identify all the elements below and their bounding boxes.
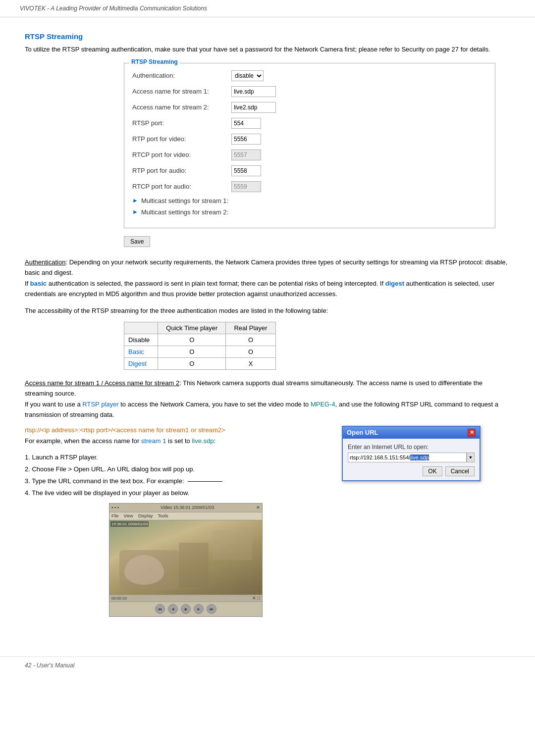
ctrl-prev[interactable]: ◄: [168, 604, 178, 614]
accessibility-text: The accessibility of the RTSP streaming …: [25, 305, 510, 316]
rtsp-port-input[interactable]: [231, 118, 261, 129]
open-url-dialog: Open URL ✕ Enter an Internet URL to open…: [342, 426, 481, 481]
menu-file[interactable]: File: [111, 513, 119, 518]
auth-select[interactable]: disable basic digest: [231, 70, 264, 81]
row-label-digest: Digest: [124, 357, 158, 369]
rtsp-box-title: RTSP Streaming: [129, 58, 180, 65]
table-row: Digest O X: [124, 357, 276, 369]
ctrl-stop[interactable]: ■: [181, 604, 191, 614]
player-timestamp: Video 15:36:01 2008/01/03: [121, 505, 254, 510]
rtp-video-row: RTP port for video:: [132, 134, 487, 145]
dialog-titlebar: Open URL ✕: [343, 427, 480, 439]
rtsp-player-text1: If you want to use a: [25, 401, 82, 408]
ctrl-play[interactable]: ►: [194, 604, 204, 614]
table-header-empty: [124, 322, 158, 334]
multicast-label1: Multicast settings for stream 1:: [141, 197, 228, 204]
row-label-basic: Basic: [124, 346, 158, 357]
basic-word: basic: [30, 280, 47, 287]
row-basic-rp: O: [226, 346, 275, 357]
rtsp-streaming-box: RTSP Streaming Authentication: disable b…: [124, 63, 495, 228]
multicast-label2: Multicast settings for stream 2:: [141, 208, 228, 216]
page-footer: 42 - User's Manual: [0, 656, 535, 674]
ctrl-rewind[interactable]: ⏮: [155, 604, 165, 614]
steps-intro-text2: is set to: [166, 437, 192, 445]
save-button[interactable]: Save: [124, 236, 150, 247]
rtsp-port-row: RTSP port:: [132, 118, 487, 129]
player-status-text: 00:00:32: [111, 596, 127, 601]
mpeg4-link[interactable]: MPEG-4: [311, 401, 335, 408]
table-header-realplayer: Real Player: [226, 322, 275, 334]
rtcp-video-input[interactable]: [231, 150, 261, 160]
rtp-audio-row: RTP port for audio:: [132, 165, 487, 176]
auth-basic-text1: If: [25, 280, 30, 287]
player-title-text: ▪ ▪ ▪: [111, 505, 119, 510]
page-header: VIVOTEK - A Leading Provider of Multimed…: [0, 0, 535, 17]
intro-text: To utilize the RTSP streaming authentica…: [25, 45, 510, 55]
url-command-text: rtsp://<ip address>:<rtsp port>/<access …: [25, 426, 225, 434]
access-name-underline: Access name for stream 1 / Access name f…: [25, 379, 179, 387]
digest-word: digest: [385, 280, 404, 287]
row-label-disable: Disable: [124, 334, 158, 346]
rtcp-video-row: RTCP port for video:: [132, 150, 487, 160]
player-screenshot: ▪ ▪ ▪ Video 15:36:01 2008/01/03 ✕ File V…: [109, 503, 263, 617]
auth-description: Authentication: Depending on your networ…: [25, 257, 510, 300]
stream2-input[interactable]: [231, 102, 276, 113]
player-top-right-btns: ✕ □: [252, 596, 260, 601]
multicast-stream1[interactable]: ► Multicast settings for stream 1:: [132, 197, 487, 204]
menu-display[interactable]: Display: [138, 513, 153, 518]
rtp-audio-input[interactable]: [231, 165, 261, 176]
multicast-stream2[interactable]: ► Multicast settings for stream 2:: [132, 208, 487, 216]
player-close-icon: ✕: [256, 505, 260, 510]
player-video: 15:36:01 2008/01/03: [109, 520, 262, 595]
dialog-buttons: OK Cancel: [348, 466, 475, 476]
stream1-input[interactable]: [231, 86, 276, 97]
rtsp-port-label: RTSP port:: [132, 119, 231, 127]
dialog-area: For example, when the access name for st…: [25, 436, 510, 617]
dialog-ok-button[interactable]: OK: [423, 466, 442, 476]
dialog-input-row: rtsp://192.168.5.151:554/live.sdp ▼: [348, 453, 475, 462]
section-title: RTSP Streaming: [25, 32, 510, 41]
stream2-row: Access name for stream 2:: [132, 102, 487, 113]
multicast-arrow2: ►: [132, 208, 138, 215]
dialog-cancel-button[interactable]: Cancel: [445, 466, 475, 476]
steps-intro-text3: :: [214, 437, 216, 445]
auth-underline: Authentication: [25, 258, 65, 266]
stream1-link[interactable]: stream 1: [141, 437, 166, 445]
rtsp-player-link[interactable]: RTSP player: [82, 401, 118, 408]
player-controls: ⏮ ◄ ■ ► ⏭: [109, 602, 262, 616]
dialog-title: Open URL: [347, 429, 378, 436]
livesdp-link[interactable]: live.sdp: [192, 437, 214, 445]
player-menu: File View Display Tools: [109, 512, 262, 520]
stream1-row: Access name for stream 1:: [132, 86, 487, 97]
rtcp-audio-row: RTCP port for audio:: [132, 181, 487, 192]
row-disable-qt: O: [158, 334, 226, 346]
stream1-label: Access name for stream 1:: [132, 88, 231, 95]
rtcp-video-label: RTCP port for video:: [132, 151, 231, 158]
rtcp-audio-label: RTCP port for audio:: [132, 183, 231, 190]
dialog-body: Enter an Internet URL to open: rtsp://19…: [343, 439, 480, 480]
menu-tools[interactable]: Tools: [158, 513, 168, 518]
page-content: RTSP Streaming To utilize the RTSP strea…: [0, 17, 535, 637]
player-titlebar: ▪ ▪ ▪ Video 15:36:01 2008/01/03 ✕: [109, 504, 262, 512]
access-table: Quick Time player Real Player Disable O …: [124, 322, 276, 370]
rtsp-player-text2: to access the Network Camera, you have t…: [119, 401, 311, 408]
dialog-close-button[interactable]: ✕: [468, 429, 476, 437]
step-4: 4. The live video will be displayed in y…: [25, 488, 510, 499]
rtp-audio-label: RTP port for audio:: [132, 167, 231, 174]
auth-label: Authentication:: [132, 72, 231, 79]
save-btn-area: Save: [124, 236, 510, 247]
menu-view[interactable]: View: [124, 513, 133, 518]
header-text: VIVOTEK - A Leading Provider of Multimed…: [20, 5, 207, 12]
row-basic-qt: O: [158, 346, 226, 357]
footer-text: 42 - User's Manual: [25, 662, 74, 669]
dialog-dropdown-btn[interactable]: ▼: [467, 453, 475, 462]
access-name-description: Access name for stream 1 / Access name f…: [25, 378, 510, 420]
table-row: Basic O O: [124, 346, 276, 357]
player-video-timestamp: 15:36:01 2008/01/03: [110, 521, 149, 527]
row-digest-rp: X: [226, 357, 275, 369]
ctrl-next[interactable]: ⏭: [207, 604, 216, 614]
table-row: Disable O O: [124, 334, 276, 346]
rtp-video-input[interactable]: [231, 134, 261, 145]
rtcp-audio-input[interactable]: [231, 181, 261, 192]
dialog-url-field[interactable]: rtsp://192.168.5.151:554/live.sdp: [348, 453, 467, 462]
